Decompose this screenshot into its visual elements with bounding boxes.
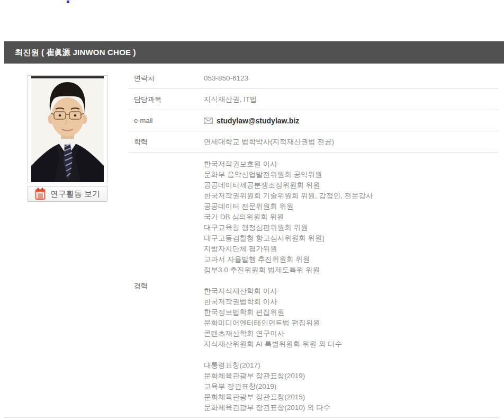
row-contact: 연락처 053-850-6123 (129, 68, 498, 89)
career-line-item: 문화부 음악산업발전위원회 공익위원 (204, 169, 498, 180)
profile-header: 최진원 ( 崔眞源 JINWON CHOE ) (4, 41, 504, 64)
notepad-icon (35, 187, 46, 200)
career-line-item: 공공데이터제공분쟁조정위원회 위원 (204, 180, 498, 191)
portrait-photo-icon (28, 76, 107, 183)
subjects-label: 담당과목 (129, 95, 204, 104)
career-lines: 한국저작권보호원 이사문화부 음악산업발전위원회 공익위원공공데이터제공분쟁조정… (204, 159, 498, 413)
row-subjects: 담당과목 지식재산권, IT법 (129, 89, 498, 110)
contact-value: 053-850-6123 (204, 74, 498, 82)
email-address[interactable]: studylaw@studylaw.biz (217, 117, 299, 125)
education-label: 학력 (129, 137, 204, 147)
career-line-item (204, 350, 498, 360)
career-line-item: 한국지식재산학회 이사 (204, 286, 498, 297)
career-line-item: 문화체육관광부 장관표창(2019) (204, 371, 498, 381)
career-line-item (204, 275, 498, 286)
email-value[interactable]: studylaw@studylaw.biz (204, 117, 498, 125)
career-line-item: 지방자치단체 평가위원 (204, 244, 498, 254)
career-line-item: 대통령표창(2017) (204, 360, 498, 371)
career-line-item: 문화체육관광부 장관표창(2010) 외 다수 (204, 403, 498, 413)
career-line-item: 대구교육청 행정심판위원회 위원 (204, 222, 498, 233)
career-line-item: 한국저작권보호원 이사 (204, 159, 498, 169)
row-email: e-mail studylaw@studylaw.biz (129, 110, 498, 131)
profile-photo (28, 75, 107, 183)
career-line-item: 지식재산위원회 AI 특별위원회 위원 외 다수 (204, 339, 498, 350)
career-line-item: 문화미디어엔터테인먼트법 편집위원 (204, 318, 498, 328)
career-line-item: 대구고등검찰청 항고심사위원회 위원] (204, 233, 498, 244)
contact-label: 연락처 (129, 74, 204, 83)
row-career: 경력 한국저작권보호원 이사문화부 음악산업발전위원회 공익위원공공데이터제공분… (129, 153, 498, 417)
career-line-item: 국가 DB 심의위원회 위원 (204, 212, 498, 222)
profile-info-table: 연락처 053-850-6123 담당과목 지식재산권, IT법 e-mail … (129, 68, 498, 417)
subjects-value: 지식재산권, IT법 (204, 95, 498, 104)
career-line-item: 한국정보법학회 편집위원 (204, 307, 498, 318)
career-line-item: 한국저작권위원회 기술위원회 위원, 감정인, 전문강사 (204, 191, 498, 201)
career-line-item: 한국저작권법학회 이사 (204, 297, 498, 307)
career-line-item: 콘텐츠재산학회 연구이사 (204, 328, 498, 339)
email-label: e-mail (129, 117, 204, 124)
page-title: 최진원 ( 崔眞源 JINWON CHOE ) (15, 48, 136, 58)
research-activity-button-label: 연구활동 보기 (50, 189, 100, 199)
row-education: 학력 연세대학교 법학박사(지적재산권법 전공) (129, 131, 498, 153)
career-line-item: 교과서 자율발행 추진위원회 위원 (204, 254, 498, 265)
career-line-item: 정부3.0 추진위원회 법제도특위 위원 (204, 265, 498, 275)
broken-image-dot-icon (67, 1, 69, 3)
career-line-item: 교육부 장관표창(2019) (204, 381, 498, 392)
profile-page: 최진원 ( 崔眞源 JINWON CHOE ) (0, 0, 504, 420)
education-value: 연세대학교 법학박사(지적재산권법 전공) (204, 137, 498, 147)
envelope-icon (204, 118, 213, 124)
bottom-divider (4, 417, 498, 418)
career-line-item: 공공데이터 전문위원회 위원 (204, 201, 498, 212)
career-line-item: 문화체육관광부 장관표창(2015) (204, 392, 498, 403)
career-label: 경력 (129, 281, 204, 291)
research-activity-button[interactable]: 연구활동 보기 (28, 186, 107, 202)
